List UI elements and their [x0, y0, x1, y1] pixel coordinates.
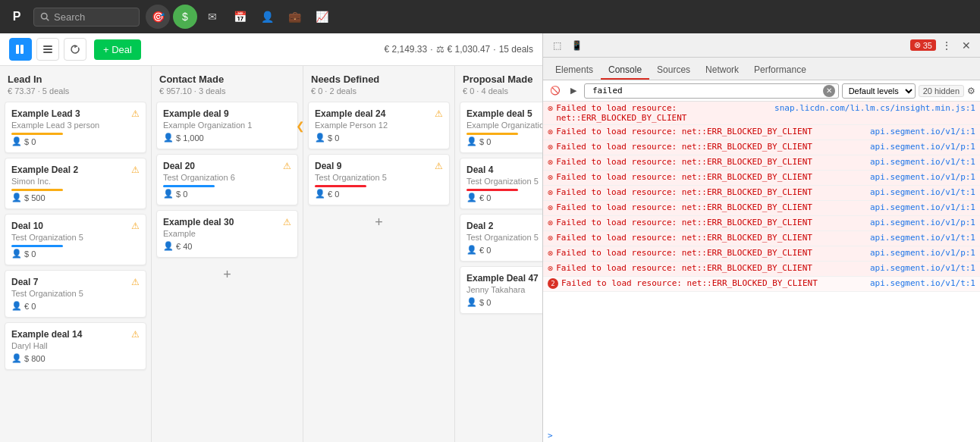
error-circle-icon: ⊗	[548, 127, 553, 137]
nav-dollar-icon[interactable]: $	[173, 5, 197, 29]
device-toolbar-icon[interactable]: 📱	[567, 36, 586, 55]
kanban-card[interactable]: ⚠ Example deal 14 Daryl Hall 👤 $ 800	[5, 322, 146, 370]
kanban-card[interactable]: ⚠ Deal 10 Test Organization 5 👤 $ 0	[5, 214, 146, 265]
card-title: Example deal 30	[163, 217, 291, 227]
card-progress	[315, 185, 366, 187]
message-source[interactable]: api.segment.io/v1/t:1	[864, 187, 975, 197]
kanban-card[interactable]: Deal 2 Test Organization 5 👤 € 0	[460, 214, 542, 262]
nav-calendar-icon[interactable]: 📅	[228, 5, 252, 29]
console-settings-icon[interactable]: ⚙	[967, 86, 975, 96]
kanban-card[interactable]: ⚠ Deal 20 Test Organization 6 👤 $ 0	[156, 154, 298, 205]
card-title: Example Lead 3	[11, 108, 140, 119]
error-circle-icon: ⊗	[548, 263, 553, 274]
person-icon: 👤	[315, 189, 325, 199]
console-expand-icon[interactable]: ▶	[566, 83, 581, 99]
message-source[interactable]: api.segment.io/v1/i:1	[864, 202, 975, 212]
search-icon	[40, 12, 49, 21]
console-filter-input[interactable]	[588, 83, 823, 99]
message-source[interactable]: api.segment.io/v1/i:1	[864, 127, 975, 136]
error-circle-icon: ⊗	[548, 248, 553, 259]
inspect-element-icon[interactable]: ⬚	[548, 36, 566, 55]
tab-elements[interactable]: Elements	[548, 61, 601, 80]
kanban-card[interactable]: Deal 4 Test Organization 5 👤 € 0	[460, 158, 542, 209]
console-message: ⊗ Failed to load resource: net::ERR_BLOC…	[543, 125, 980, 140]
error-circle-icon: ⊗	[548, 142, 553, 152]
search-bar[interactable]: Search	[33, 8, 140, 27]
kanban-card[interactable]: ⚠ Example Deal 2 Simon Inc. 👤 $ 500	[5, 158, 146, 209]
svg-line-1	[46, 18, 49, 20]
message-source[interactable]: api.segment.io/v1/p:1	[864, 218, 975, 227]
card-title: Deal 20	[163, 161, 291, 171]
devtools-topbar: ⬚ 📱 ⊗ 35 ⋮ ✕	[543, 33, 980, 58]
message-source[interactable]: api.segment.io/v1/p:1	[864, 142, 975, 152]
kanban-card[interactable]: ⚠ Example Lead 3 Example Lead 3 person 👤…	[5, 102, 146, 153]
nav-chart-icon[interactable]: 📈	[309, 5, 334, 29]
add-card-button[interactable]: +	[156, 262, 298, 287]
kanban-card[interactable]: ⚠ Example deal 30 Example 👤 € 40	[156, 210, 298, 258]
person-icon: 👤	[11, 353, 22, 363]
svg-rect-5	[43, 49, 52, 50]
warning-icon: ⚠	[131, 165, 140, 175]
tab-network[interactable]: Network	[698, 61, 746, 80]
kanban-card[interactable]: ❮ Example deal 9 Example Organization 1 …	[156, 102, 298, 149]
console-message: ⊗ Failed to load resource: net::ERR_BLOC…	[543, 140, 980, 155]
card-title: Example deal 5	[466, 108, 542, 119]
message-source[interactable]: snap.licdn.com/li.lm.cs/insight.min.js:1	[768, 103, 975, 113]
message-source[interactable]: api.segment.io/v1/t:1	[864, 157, 975, 167]
tab-sources[interactable]: Sources	[649, 61, 698, 80]
tab-performance[interactable]: Performance	[746, 61, 814, 80]
more-options-button[interactable]: ⋮	[938, 36, 956, 55]
add-card-button[interactable]: +	[308, 210, 450, 235]
message-source[interactable]: api.segment.io/v1/p:1	[864, 172, 975, 182]
card-amount: 👤 $ 0	[466, 136, 542, 146]
card-amount: 👤 $ 0	[163, 189, 291, 199]
kanban-card[interactable]: ⚠ Example deal 24 Example Person 12 👤 $ …	[308, 102, 450, 149]
warning-icon: ⚠	[283, 161, 291, 171]
clear-filter-button[interactable]: ✕	[823, 85, 835, 97]
message-text: Failed to load resource: net::ERR_BLOCKE…	[556, 248, 864, 258]
kanban-cards-0: ⚠ Example Lead 3 Example Lead 3 person 👤…	[0, 99, 151, 442]
kanban-card[interactable]: Example deal 5 Example Organization 👤 $ …	[460, 102, 542, 153]
message-source[interactable]: api.segment.io/v1/t:1	[864, 233, 975, 243]
crm-toolbar: + Deal € 2,149.33 · ⚖ € 1,030.47 · 15 de…	[0, 33, 542, 66]
message-source[interactable]: api.segment.io/v1/p:1	[864, 248, 975, 258]
nav-mail-icon[interactable]: ✉	[200, 5, 225, 29]
warning-icon: ⚠	[283, 217, 291, 227]
card-title: Example deal 24	[315, 108, 443, 119]
deals-count: 15 deals	[499, 44, 533, 55]
kanban-card[interactable]: Example Deal 47 Jenny Takahara 👤 $ 0	[460, 266, 542, 314]
kanban-view-button[interactable]	[9, 38, 32, 61]
card-subtitle: Example Person 12	[315, 121, 443, 130]
message-text: Failed to load resource: net::ERR_BLOCKE…	[556, 142, 864, 152]
warning-icon: ⚠	[435, 108, 443, 119]
col-title-3: Proposal Made	[463, 74, 542, 85]
add-deal-button[interactable]: + Deal	[94, 39, 141, 60]
console-prompt[interactable]: >	[543, 429, 980, 442]
error-circle-icon: ⊗	[548, 172, 553, 183]
kanban-card[interactable]: ⚠ Deal 7 Test Organization 5 👤 € 0	[5, 270, 146, 318]
col-meta-1: € 957.10 · 3 deals	[159, 86, 295, 96]
person-icon: 👤	[466, 297, 477, 307]
kanban-card[interactable]: ⚠ Deal 9 Test Organization 5 👤 € 0	[308, 154, 450, 205]
console-message: ⊗ Failed to load resource: net::ERR_BLOC…	[543, 246, 980, 262]
nav-briefcase-icon[interactable]: 💼	[282, 5, 306, 29]
kanban-column-2: Needs Defined€ 0 · 2 deals ⚠ Example dea…	[303, 66, 455, 442]
crm-stats: € 2,149.33 · ⚖ € 1,030.47 · 15 deals	[385, 44, 534, 55]
person-icon: 👤	[163, 241, 174, 251]
nav-target-icon[interactable]: 🎯	[146, 5, 170, 29]
tab-console[interactable]: Console	[601, 61, 649, 80]
card-amount: 👤 $ 500	[11, 193, 140, 202]
message-source[interactable]: api.segment.io/v1/t:1	[864, 278, 975, 288]
col-title-0: Lead In	[8, 74, 143, 85]
refresh-view-button[interactable]	[64, 38, 86, 61]
console-clear-icon[interactable]: 🚫	[548, 83, 563, 99]
card-subtitle: Example Organization 1	[163, 121, 291, 130]
warning-icon: ⚠	[131, 108, 140, 119]
log-level-select[interactable]: Default levels	[842, 83, 916, 99]
close-devtools-button[interactable]: ✕	[957, 36, 975, 55]
card-subtitle: Test Organization 5	[11, 233, 140, 242]
card-subtitle: Test Organization 5	[315, 173, 443, 182]
message-source[interactable]: api.segment.io/v1/t:1	[864, 263, 975, 273]
nav-person-icon[interactable]: 👤	[255, 5, 279, 29]
list-view-button[interactable]	[36, 38, 59, 61]
